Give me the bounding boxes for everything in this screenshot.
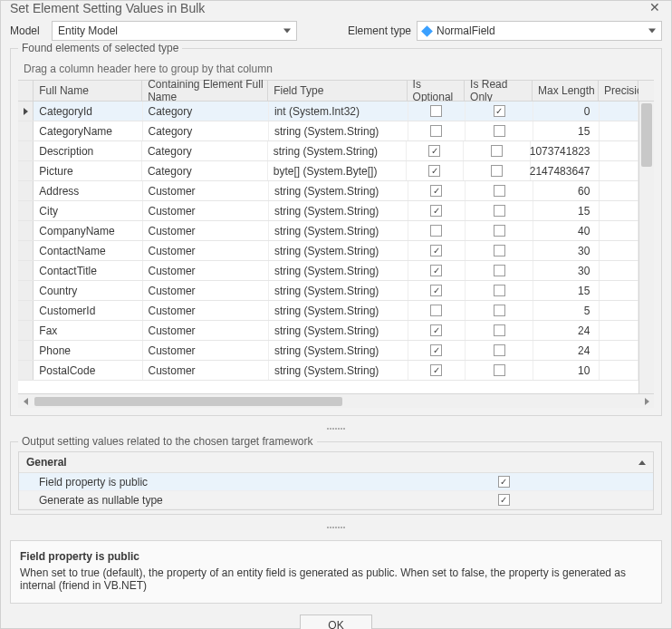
cell-is-optional[interactable] — [407, 141, 464, 160]
checkbox[interactable] — [430, 305, 442, 316]
scroll-right-icon[interactable] — [639, 395, 654, 408]
table-row[interactable]: PostalCodeCustomerstring (System.String)… — [18, 361, 638, 381]
checkbox[interactable] — [498, 494, 510, 506]
cell-is-read-only[interactable] — [466, 341, 533, 360]
col-is-read-only[interactable]: Is Read Only — [465, 81, 533, 101]
cell-is-read-only[interactable] — [466, 261, 533, 280]
checkbox[interactable] — [430, 344, 442, 356]
cell-is-optional[interactable] — [408, 121, 466, 140]
cell-is-read-only[interactable] — [464, 141, 532, 160]
vertical-scrollbar[interactable] — [638, 102, 654, 393]
element-type-combo[interactable]: NormalField — [417, 21, 662, 41]
checkbox[interactable] — [494, 225, 505, 237]
checkbox[interactable] — [430, 185, 442, 197]
settings-rows: Field property is publicGenerate as null… — [19, 473, 653, 509]
checkbox[interactable] — [430, 265, 442, 276]
checkbox[interactable] — [428, 145, 440, 157]
checkbox[interactable] — [494, 285, 505, 296]
table-row[interactable]: CategoryNameCategorystring (System.Strin… — [18, 121, 638, 141]
col-field-type[interactable]: Field Type — [268, 81, 407, 101]
checkbox[interactable] — [428, 165, 440, 177]
scroll-left-icon[interactable] — [18, 395, 33, 408]
setting-value[interactable] — [354, 494, 653, 506]
horizontal-scrollbar[interactable] — [18, 393, 654, 408]
checkbox[interactable] — [430, 125, 442, 137]
table-row[interactable]: CustomerIdCustomerstring (System.String)… — [18, 301, 638, 321]
cell-is-read-only[interactable] — [466, 121, 533, 140]
cell-is-optional[interactable] — [408, 321, 466, 340]
checkbox[interactable] — [498, 476, 510, 488]
checkbox[interactable] — [430, 364, 442, 376]
checkbox[interactable] — [494, 344, 505, 356]
cell-is-read-only[interactable] — [466, 241, 533, 260]
setting-value[interactable] — [354, 476, 653, 488]
checkbox[interactable] — [494, 305, 505, 316]
checkbox[interactable] — [430, 205, 442, 217]
checkbox[interactable] — [494, 125, 505, 137]
checkbox[interactable] — [494, 205, 505, 217]
checkbox[interactable] — [430, 245, 442, 256]
cell-is-optional[interactable] — [407, 161, 464, 180]
col-is-optional[interactable]: Is Optional — [408, 81, 465, 101]
cell-is-read-only[interactable] — [466, 281, 533, 300]
cell-is-optional[interactable] — [408, 361, 466, 380]
cell-is-optional[interactable] — [408, 341, 466, 360]
cell-is-read-only[interactable] — [464, 161, 532, 180]
col-containing-element[interactable]: Containing Element Full Name — [142, 81, 268, 101]
table-row[interactable]: CountryCustomerstring (System.String)15 — [18, 281, 638, 301]
grid-body[interactable]: CategoryIdCategoryint (System.Int32)0Cat… — [18, 102, 638, 393]
col-full-name[interactable]: Full Name — [34, 81, 142, 101]
col-precision[interactable]: Precision — [599, 81, 638, 101]
splitter[interactable] — [10, 425, 662, 432]
table-row[interactable]: CityCustomerstring (System.String)15 — [18, 201, 638, 221]
cell-is-optional[interactable] — [408, 261, 466, 280]
checkbox[interactable] — [494, 105, 505, 117]
cell-is-optional[interactable] — [408, 301, 466, 320]
checkbox[interactable] — [430, 324, 442, 336]
table-row[interactable]: ContactTitleCustomerstring (System.Strin… — [18, 261, 638, 281]
checkbox[interactable] — [430, 285, 442, 296]
cell-is-read-only[interactable] — [466, 361, 533, 380]
checkbox[interactable] — [494, 185, 505, 197]
checkbox[interactable] — [494, 324, 505, 336]
table-row[interactable]: ContactNameCustomerstring (System.String… — [18, 241, 638, 261]
checkbox[interactable] — [491, 165, 503, 177]
checkbox[interactable] — [494, 245, 505, 256]
cell-is-optional[interactable] — [408, 221, 466, 240]
cell-is-read-only[interactable] — [466, 301, 533, 320]
checkbox[interactable] — [494, 265, 505, 276]
cell-is-optional[interactable] — [408, 281, 466, 300]
cell-is-read-only[interactable] — [466, 321, 533, 340]
col-max-length[interactable]: Max Length — [533, 81, 599, 101]
model-combo[interactable]: Entity Model — [52, 21, 297, 41]
table-row[interactable]: CategoryIdCategoryint (System.Int32)0 — [18, 102, 638, 121]
setting-row[interactable]: Field property is public — [19, 473, 653, 491]
chevron-down-icon — [648, 29, 656, 34]
table-row[interactable]: DescriptionCategorystring (System.String… — [18, 141, 638, 161]
checkbox[interactable] — [430, 225, 442, 237]
table-row[interactable]: AddressCustomerstring (System.String)60 — [18, 181, 638, 201]
cell-is-read-only[interactable] — [466, 201, 533, 220]
horizontal-scroll-thumb[interactable] — [34, 397, 342, 406]
checkbox[interactable] — [491, 145, 503, 157]
cell-is-optional[interactable] — [408, 102, 466, 121]
table-row[interactable]: PhoneCustomerstring (System.String)24 — [18, 341, 638, 361]
grouping-zone[interactable]: Drag a column header here to group by th… — [18, 58, 654, 80]
table-row[interactable]: CompanyNameCustomerstring (System.String… — [18, 221, 638, 241]
cell-is-read-only[interactable] — [466, 221, 533, 240]
table-row[interactable]: FaxCustomerstring (System.String)24 — [18, 321, 638, 341]
table-row[interactable]: PictureCategorybyte[] (System.Byte[])214… — [18, 161, 638, 181]
cell-is-optional[interactable] — [408, 241, 466, 260]
checkbox[interactable] — [494, 364, 505, 376]
ok-button[interactable]: OK — [300, 614, 372, 629]
splitter[interactable] — [10, 524, 662, 531]
settings-section-header[interactable]: General — [19, 452, 653, 473]
vertical-scroll-thumb[interactable] — [641, 103, 652, 167]
cell-is-read-only[interactable] — [466, 181, 533, 200]
cell-is-optional[interactable] — [408, 201, 466, 220]
cell-is-read-only[interactable] — [466, 102, 533, 121]
checkbox[interactable] — [430, 105, 442, 117]
close-icon[interactable]: ✕ — [648, 1, 662, 15]
cell-is-optional[interactable] — [408, 181, 466, 200]
setting-row[interactable]: Generate as nullable type — [19, 491, 653, 509]
